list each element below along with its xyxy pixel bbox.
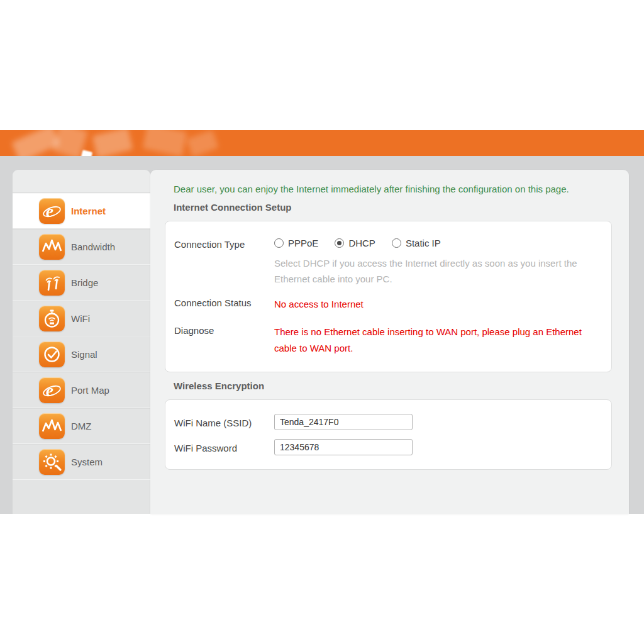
wifi-password-input[interactable]: [274, 439, 413, 455]
diagnose-row: Diagnose There is no Ethernet cable inse…: [174, 324, 599, 357]
blurred-logo-smudge: [81, 150, 92, 156]
wifi-timer-icon: [39, 306, 65, 331]
radio-label: Static IP: [406, 238, 441, 248]
radio-dhcp[interactable]: DHCP: [335, 238, 375, 248]
bridge-antenna-icon: [39, 270, 65, 296]
wifi-password-row: WiFi Password: [174, 439, 599, 455]
bandwidth-graph-icon: [39, 234, 65, 260]
dhcp-hint-text: Select DHCP if you access the Internet d…: [274, 255, 584, 287]
radio-static-ip[interactable]: Static IP: [392, 238, 441, 248]
sidebar-item-label: WiFi: [71, 313, 90, 324]
sidebar-item-wifi[interactable]: WiFi: [13, 301, 150, 336]
connection-status-row: Connection Status No access to Internet: [174, 296, 599, 313]
connection-type-row: Connection Type PPPoE DHCP Static IP: [174, 238, 599, 250]
content-area: e Internet Bandwidth: [0, 156, 644, 514]
dmz-graph-icon: [39, 413, 65, 439]
radio-pppoe[interactable]: PPPoE: [274, 238, 318, 248]
wireless-encryption-card: WiFi Name (SSID) WiFi Password: [165, 399, 612, 470]
sidebar-item-label: Bridge: [71, 277, 98, 288]
sidebar-header: [13, 170, 150, 193]
connection-status-value: No access to Internet: [274, 296, 364, 313]
wireless-encryption-heading: Wireless Encryption: [174, 380, 629, 391]
sidebar-item-label: Internet: [71, 206, 106, 216]
ssid-input[interactable]: [274, 414, 413, 430]
radio-label: DHCP: [348, 238, 375, 248]
radio-circle-icon[interactable]: [274, 238, 284, 248]
radio-label: PPPoE: [288, 238, 318, 248]
svg-text:e: e: [46, 381, 53, 400]
sidebar-item-port-map[interactable]: e Port Map: [13, 372, 150, 408]
port-map-icon: e: [39, 377, 65, 403]
system-gear-icon: [39, 449, 65, 475]
sidebar-item-label: Bandwidth: [71, 242, 115, 252]
sidebar-nav: e Internet Bandwidth: [13, 170, 150, 514]
sidebar-item-internet[interactable]: e Internet: [13, 193, 150, 229]
sidebar-item-label: Port Map: [71, 385, 109, 396]
sidebar-item-label: System: [71, 457, 103, 467]
signal-check-icon: [39, 341, 65, 367]
sidebar-item-bandwidth[interactable]: Bandwidth: [13, 229, 150, 265]
page: e Internet Bandwidth: [0, 0, 644, 644]
ssid-label: WiFi Name (SSID): [174, 416, 274, 428]
connection-type-label: Connection Type: [174, 238, 274, 250]
svg-text:e: e: [46, 202, 53, 221]
blurred-logo-smudge: [11, 130, 60, 156]
sidebar-item-signal[interactable]: Signal: [13, 336, 150, 372]
sidebar-item-dmz[interactable]: DMZ: [13, 408, 150, 444]
blurred-logo-smudge: [186, 130, 219, 156]
blurred-logo-smudge: [143, 130, 187, 156]
radio-circle-icon[interactable]: [335, 238, 344, 248]
sidebar-item-label: Signal: [71, 349, 97, 360]
internet-setup-card: Connection Type PPPoE DHCP Static IP: [165, 221, 612, 372]
main-panel: Dear user, you can enjoy the Internet im…: [150, 170, 629, 514]
sidebar-item-label: DMZ: [71, 421, 92, 431]
connection-status-label: Connection Status: [174, 296, 274, 308]
diagnose-label: Diagnose: [174, 324, 274, 336]
blurred-logo-smudge: [92, 130, 133, 156]
sidebar-item-system[interactable]: System: [13, 444, 150, 480]
sidebar-item-bridge[interactable]: Bridge: [13, 265, 150, 301]
connection-type-radio-group: PPPoE DHCP Static IP: [274, 238, 441, 248]
welcome-message: Dear user, you can enjoy the Internet im…: [174, 184, 610, 194]
wifi-password-label: WiFi Password: [174, 441, 274, 453]
internet-setup-heading: Internet Connection Setup: [174, 202, 629, 213]
radio-circle-icon[interactable]: [392, 238, 401, 248]
internet-explorer-icon: e: [39, 198, 65, 224]
ssid-row: WiFi Name (SSID): [174, 414, 599, 430]
diagnose-value: There is no Ethernet cable inserting to …: [274, 324, 592, 357]
header-bar: [0, 130, 644, 156]
